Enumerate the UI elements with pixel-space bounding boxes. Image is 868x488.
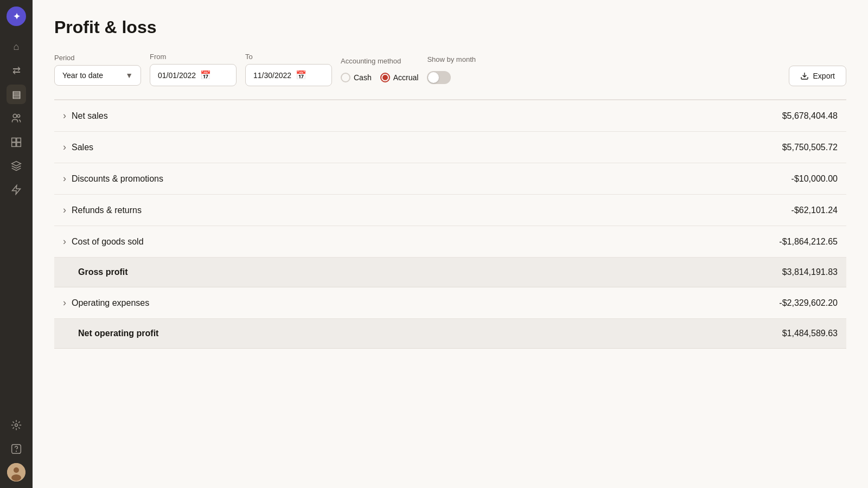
report-table: ›Net sales$5,678,404.48›Sales$5,750,505.… <box>54 100 846 349</box>
period-select[interactable]: Year to date ▼ <box>54 65 141 86</box>
from-label: From <box>150 53 237 61</box>
to-date-input[interactable]: 11/30/2022 📅 <box>245 64 332 86</box>
svg-rect-3 <box>17 138 21 143</box>
to-label: To <box>245 53 332 61</box>
chevron-down-icon: ▼ <box>125 71 133 80</box>
accrual-radio[interactable]: Accrual <box>380 73 419 82</box>
sidebar-item-reports[interactable]: ▤ <box>7 85 26 104</box>
period-filter-group: Period Year to date ▼ <box>54 54 141 86</box>
from-date-value: 01/01/2022 <box>158 71 196 80</box>
row-label-sales: Sales <box>72 143 93 152</box>
sidebar-item-marketing[interactable] <box>7 180 26 200</box>
toggle-wrapper <box>427 67 476 84</box>
from-date-input[interactable]: 01/01/2022 📅 <box>150 64 237 86</box>
row-label-gross-profit: Gross profit <box>78 267 128 277</box>
row-value-operating-expenses: -$2,329,602.20 <box>779 298 838 308</box>
chevron-right-icon[interactable]: › <box>63 173 66 184</box>
row-value-cogs: -$1,864,212.65 <box>779 237 838 247</box>
table-row-operating-expenses: ›Operating expenses-$2,329,602.20 <box>54 287 846 319</box>
row-value-net-operating-profit: $1,484,589.63 <box>782 329 838 338</box>
svg-point-10 <box>14 467 19 473</box>
row-value-net-sales: $5,678,404.48 <box>782 111 838 121</box>
svg-rect-4 <box>12 143 16 147</box>
sidebar-item-help[interactable] <box>7 439 26 459</box>
radio-group: Cash Accrual <box>341 68 418 82</box>
table-row-sales: ›Sales$5,750,505.72 <box>54 132 846 163</box>
sidebar-item-settings[interactable] <box>7 415 26 435</box>
show-by-month-toggle[interactable] <box>427 71 451 84</box>
table-row-net-sales: ›Net sales$5,678,404.48 <box>54 100 846 132</box>
sidebar-item-home[interactable]: ⌂ <box>7 37 26 56</box>
svg-rect-2 <box>12 138 16 143</box>
show-by-month-group: Show by month <box>427 55 476 84</box>
export-label: Export <box>813 72 835 80</box>
main-content: Profit & loss Period Year to date ▼ From… <box>33 0 868 488</box>
accounting-method-group: Accounting method Cash Accrual <box>341 57 418 82</box>
accounting-label: Accounting method <box>341 57 418 65</box>
cash-label: Cash <box>354 73 372 82</box>
filters-bar: Period Year to date ▼ From 01/01/2022 📅 … <box>54 53 846 86</box>
sidebar-bottom <box>7 415 26 481</box>
chevron-right-icon[interactable]: › <box>63 236 66 247</box>
svg-point-1 <box>17 114 20 117</box>
row-label-net-sales: Net sales <box>72 111 108 121</box>
page-title: Profit & loss <box>54 17 846 37</box>
table-row-gross-profit: Gross profit$3,814,191.83 <box>54 258 846 287</box>
export-icon <box>800 72 809 80</box>
table-row-net-operating-profit: Net operating profit$1,484,589.63 <box>54 319 846 349</box>
cash-radio[interactable]: Cash <box>341 73 372 82</box>
period-label: Period <box>54 54 141 62</box>
row-label-net-operating-profit: Net operating profit <box>78 329 158 338</box>
sidebar-item-customers[interactable] <box>7 108 26 128</box>
svg-point-11 <box>11 474 21 481</box>
to-date-value: 11/30/2022 <box>253 71 291 80</box>
accrual-radio-circle <box>380 73 390 82</box>
sidebar-item-transfers[interactable]: ⇄ <box>7 61 26 80</box>
chevron-right-icon[interactable]: › <box>63 204 66 216</box>
row-value-sales: $5,750,505.72 <box>782 143 838 152</box>
chevron-right-icon[interactable]: › <box>63 142 66 153</box>
table-row-refunds: ›Refunds & returns-$62,101.24 <box>54 195 846 226</box>
accrual-label: Accrual <box>393 73 419 82</box>
svg-point-6 <box>15 424 18 427</box>
sidebar-item-products[interactable] <box>7 132 26 152</box>
svg-rect-5 <box>17 143 21 147</box>
chevron-right-icon[interactable]: › <box>63 110 66 121</box>
to-filter-group: To 11/30/2022 📅 <box>245 53 332 86</box>
row-value-discounts: -$10,000.00 <box>792 174 838 184</box>
export-button[interactable]: Export <box>789 66 846 86</box>
from-filter-group: From 01/01/2022 📅 <box>150 53 237 86</box>
table-row-discounts: ›Discounts & promotions-$10,000.00 <box>54 163 846 195</box>
row-label-cogs: Cost of goods sold <box>72 237 144 247</box>
avatar[interactable] <box>7 463 25 481</box>
row-value-refunds: -$62,101.24 <box>792 206 838 215</box>
cash-radio-circle <box>341 73 350 82</box>
table-row-cogs: ›Cost of goods sold-$1,864,212.65 <box>54 226 846 258</box>
row-value-gross-profit: $3,814,191.83 <box>782 267 838 277</box>
row-label-operating-expenses: Operating expenses <box>72 298 149 308</box>
calendar-icon: 📅 <box>200 70 211 80</box>
svg-point-8 <box>16 451 17 452</box>
calendar-icon: 📅 <box>296 70 307 80</box>
row-label-refunds: Refunds & returns <box>72 206 142 215</box>
period-value: Year to date <box>62 71 103 80</box>
sidebar: ✦ ⌂ ⇄ ▤ <box>0 0 33 488</box>
sidebar-item-discounts[interactable] <box>7 156 26 176</box>
chevron-right-icon[interactable]: › <box>63 297 66 309</box>
app-logo[interactable]: ✦ <box>7 7 26 26</box>
show-by-month-label: Show by month <box>427 55 476 63</box>
svg-point-0 <box>13 114 17 118</box>
row-label-discounts: Discounts & promotions <box>72 174 163 184</box>
